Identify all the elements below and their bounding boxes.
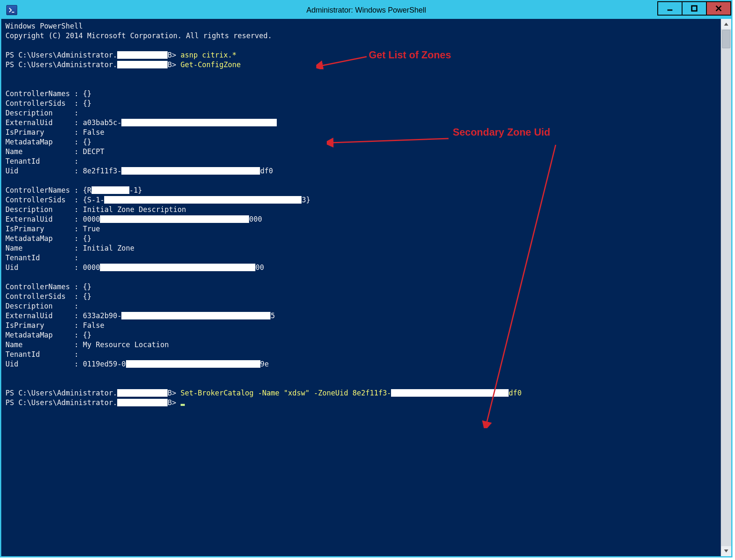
minimize-button[interactable] [657, 1, 682, 16]
window-title: Administrator: Windows PowerShell [1, 6, 731, 15]
redacted [391, 389, 509, 397]
titlebar[interactable]: Administrator: Windows PowerShell [1, 1, 731, 19]
annotation-get-list-zones: Get List of Zones [369, 50, 451, 60]
redacted [126, 360, 260, 368]
client-area: Windows PowerShell Copyright (C) 2014 Mi… [1, 19, 731, 556]
redacted [92, 186, 129, 194]
ps-header2: Copyright (C) 2014 Microsoft Corporation… [5, 31, 272, 40]
redacted [117, 61, 168, 68]
ps-header1: Windows PowerShell [5, 22, 83, 30]
prompt: PS C:\Users\Administrator. [5, 60, 117, 69]
scroll-up-button[interactable] [721, 19, 731, 29]
maximize-button[interactable] [682, 1, 707, 16]
redacted [104, 196, 302, 204]
prompt: PS C:\Users\Administrator. [5, 389, 117, 397]
redacted [121, 119, 277, 126]
scroll-down-button[interactable] [721, 546, 731, 556]
powershell-window: Administrator: Windows PowerShell Window… [0, 0, 732, 557]
cmd-getconfigzone: Get-ConfigZone [181, 60, 241, 69]
redacted [100, 215, 249, 223]
redacted [117, 51, 168, 59]
annotation-secondary-zone-uid: Secondary Zone Uid [453, 127, 550, 137]
close-button[interactable] [706, 1, 731, 16]
powershell-icon[interactable] [6, 5, 17, 15]
terminal-output[interactable]: Windows PowerShell Copyright (C) 2014 Mi… [1, 19, 721, 556]
cmd-asnp: asnp citrix.* [181, 51, 236, 59]
arrow-icon [316, 52, 371, 69]
svg-line-5 [320, 57, 367, 66]
window-controls [658, 1, 731, 15]
prompt: PS C:\Users\Administrator. [5, 51, 117, 59]
redacted [117, 399, 168, 406]
arrow-icon [327, 136, 453, 149]
arrow-icon [482, 143, 566, 428]
redacted [100, 264, 255, 271]
svg-rect-2 [692, 6, 697, 11]
vertical-scrollbar[interactable] [721, 19, 731, 556]
cmd-setbrokercatalog: Set-BrokerCatalog -Name "xdsw" -ZoneUid … [181, 389, 391, 397]
prompt: PS C:\Users\Administrator. [5, 398, 117, 407]
redacted [121, 312, 270, 319]
cursor [181, 404, 185, 406]
redacted [117, 389, 168, 397]
svg-line-6 [331, 139, 449, 143]
redacted [121, 167, 260, 175]
scroll-thumb[interactable] [722, 30, 730, 48]
svg-line-7 [486, 145, 556, 424]
